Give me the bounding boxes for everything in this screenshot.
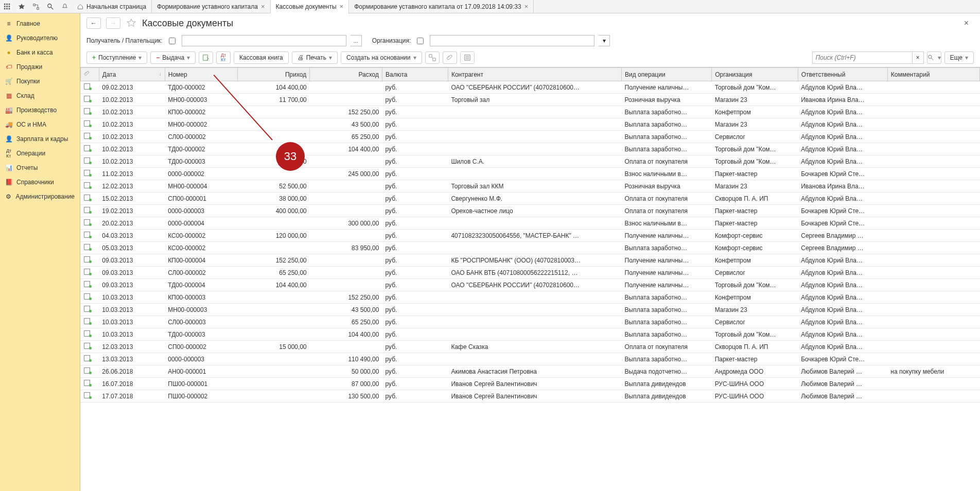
table-row[interactable]: 10.03.2013 КП00-000003 152 250,00 руб. В… — [81, 291, 980, 304]
link-button[interactable] — [425, 51, 440, 64]
table-row[interactable]: 15.02.2013 СП00-000001 38 000,00 руб. Св… — [81, 192, 980, 205]
sort-icon: ↓ — [159, 71, 162, 77]
table-row[interactable]: 10.02.2013 КП00-000002 152 250,00 руб. В… — [81, 106, 980, 118]
col-income[interactable]: Приход — [237, 68, 310, 81]
org-input[interactable] — [430, 35, 594, 46]
table-row[interactable]: 10.02.2013 СЛ00-000002 65 250,00 руб. Вы… — [81, 131, 980, 143]
document-icon — [84, 355, 91, 361]
sidebar-item-operations[interactable]: ДтКтОперации — [0, 146, 80, 161]
table-row[interactable]: 10.02.2013 МН00-000002 43 500,00 руб. Вы… — [81, 118, 980, 131]
table-row[interactable]: 12.02.2013 МН00-000004 52 500,00 руб. То… — [81, 180, 980, 192]
sidebar-item-reports[interactable]: 📊Отчеты — [0, 161, 80, 175]
sidebar-item-label: Главное — [16, 20, 40, 27]
star-icon[interactable] — [126, 19, 137, 28]
table-row[interactable]: 10.03.2013 СЛ00-000003 65 250,00 руб. Вы… — [81, 316, 980, 328]
recipient-checkbox[interactable] — [169, 38, 176, 44]
sidebar-toggle[interactable]: ≡Главное — [0, 16, 80, 31]
apps-icon[interactable] — [0, 0, 14, 13]
sidebar-item-production[interactable]: 🏭Производство — [0, 103, 80, 117]
sidebar-item-catalogs[interactable]: 📕Справочники — [0, 175, 80, 189]
document-icon — [84, 306, 91, 312]
table-wrap[interactable]: Дата↓ Номер Приход Расход Валюта Контраг… — [80, 67, 980, 491]
col-number[interactable]: Номер — [165, 68, 237, 81]
table-row[interactable]: 04.03.2013 КС00-000002 120 000,00 руб. 4… — [81, 230, 980, 242]
close-icon[interactable]: × — [340, 3, 344, 10]
table-row[interactable]: 09.03.2013 СЛ00-000002 65 250,00 руб. ОА… — [81, 267, 980, 279]
recipient-input[interactable] — [182, 35, 346, 46]
attach-button[interactable] — [443, 51, 457, 64]
close-icon[interactable]: × — [524, 3, 529, 10]
content: ← → Кассовые документы × Получатель / Пл… — [80, 13, 980, 491]
table-row[interactable]: 09.02.2013 ТД00-000002 104 400,00 руб. О… — [81, 81, 980, 94]
table-row[interactable]: 10.02.2013 МН00-000003 11 700,00 руб. То… — [81, 94, 980, 106]
sidebar-item-label: Зарплата и кадры — [16, 135, 68, 143]
search-input[interactable] — [812, 51, 913, 64]
table-row[interactable]: 10.02.2013 ТД00-000002 104 400,00 руб. В… — [81, 143, 980, 155]
bell-icon[interactable] — [58, 0, 72, 13]
col-operation[interactable]: Вид операции — [622, 68, 712, 81]
table-row[interactable]: 20.02.2013 0000-000004 300 000,00 руб. В… — [81, 217, 980, 230]
col-currency[interactable]: Валюта — [382, 68, 448, 81]
table-row[interactable]: 09.03.2013 ТД00-000004 104 400,00 руб. О… — [81, 279, 980, 291]
nav-back-button[interactable]: ← — [86, 17, 101, 29]
table-row[interactable]: 13.03.2013 0000-000003 110 490,00 руб. В… — [81, 353, 980, 365]
nav-forward-button[interactable]: → — [106, 17, 120, 29]
tab-home[interactable]: Начальная страница — [72, 0, 152, 13]
document-icon — [84, 157, 91, 164]
close-icon[interactable]: × — [964, 19, 974, 28]
sidebar-item-admin[interactable]: ⚙Администрирование — [0, 189, 80, 204]
table-row[interactable]: 11.02.2013 0000-000002 245 000,00 руб. В… — [81, 168, 980, 180]
org-checkbox[interactable] — [417, 38, 424, 44]
sidebar-item-assets[interactable]: 🚚ОС и НМА — [0, 117, 80, 132]
col-date[interactable]: Дата↓ — [99, 68, 165, 81]
sidebar-item-bank[interactable]: ●Банк и касса — [0, 45, 80, 60]
table-row[interactable]: 05.03.2013 КС00-000002 83 950,00 руб. Вы… — [81, 242, 980, 254]
search-clear-button[interactable]: × — [913, 51, 924, 64]
recipient-picker-button[interactable]: … — [351, 35, 362, 46]
tab-capital-dated[interactable]: Формирование уставного капитала от 17.09… — [349, 0, 534, 13]
dtkt-button[interactable]: ДтКт — [216, 51, 231, 64]
document-icon — [84, 96, 91, 102]
favorite-icon[interactable] — [14, 0, 29, 13]
svg-rect-3 — [4, 6, 6, 7]
col-attachment[interactable] — [81, 68, 99, 81]
col-outcome[interactable]: Расход — [310, 68, 382, 81]
table-row[interactable]: 19.02.2013 0000-000003 400 000,00 руб. О… — [81, 205, 980, 217]
search-icon[interactable] — [43, 0, 58, 13]
col-responsible[interactable]: Ответственный — [798, 68, 887, 81]
col-counterparty[interactable]: Контрагент — [448, 68, 621, 81]
tab-cash-docs[interactable]: Кассовые документы × — [271, 0, 349, 13]
print-button[interactable]: 🖨Печать▾ — [292, 51, 338, 64]
col-organization[interactable]: Организация — [712, 68, 798, 81]
table-row[interactable]: 16.07.2018 ПШ00-000001 87 000,00 руб. Ив… — [81, 378, 980, 390]
create-based-button[interactable]: Создать на основании▾ — [341, 51, 422, 64]
sidebar-item-label: Покупки — [16, 78, 40, 85]
table-row[interactable]: 10.03.2013 МН00-000003 43 500,00 руб. Вы… — [81, 304, 980, 316]
find-button[interactable]: ▾ — [927, 51, 941, 64]
sidebar-item-purchases[interactable]: 🛒Покупки — [0, 74, 80, 89]
refresh-button[interactable] — [199, 51, 213, 64]
org-dropdown-button[interactable]: ▾ — [599, 35, 610, 46]
document-icon — [84, 343, 91, 349]
outcome-button[interactable]: −Выдача▾ — [150, 51, 196, 64]
sidebar-item-sales[interactable]: 🏷Продажи — [0, 60, 80, 74]
tab-capital[interactable]: Формирование уставного капитала × — [152, 0, 270, 13]
table-row[interactable]: 09.03.2013 КП00-000004 152 250,00 руб. К… — [81, 254, 980, 267]
income-button[interactable]: +Поступление▾ — [86, 51, 147, 64]
sidebar-item-manager[interactable]: 👤Руководителю — [0, 31, 80, 45]
cashbook-button[interactable]: Кассовая книга — [234, 51, 289, 64]
table-row[interactable]: 10.02.2013 ТД00-000003 73 605,00 руб. Ши… — [81, 155, 980, 168]
close-icon[interactable]: × — [261, 3, 265, 10]
table-row[interactable]: 12.03.2013 СП00-000002 15 000,00 руб. Ка… — [81, 341, 980, 353]
sidebar-item-warehouse[interactable]: ▦Склад — [0, 89, 80, 103]
col-comment[interactable]: Комментарий — [887, 68, 979, 81]
table-row[interactable]: 26.06.2018 АН00-000001 50 000,00 руб. Ак… — [81, 365, 980, 378]
history-icon[interactable] — [29, 0, 43, 13]
table-row[interactable]: 17.07.2018 ПШ00-000002 130 500,00 руб. И… — [81, 390, 980, 402]
filter-row: Получатель / Плательщик: … Организация: … — [80, 33, 980, 48]
more-button[interactable]: Еще▾ — [944, 51, 974, 64]
sidebar-item-salary[interactable]: 👤Зарплата и кадры — [0, 132, 80, 146]
list-button[interactable] — [460, 51, 475, 64]
document-icon — [84, 83, 91, 90]
table-row[interactable]: 10.03.2013 ТД00-000003 104 400,00 руб. В… — [81, 328, 980, 341]
